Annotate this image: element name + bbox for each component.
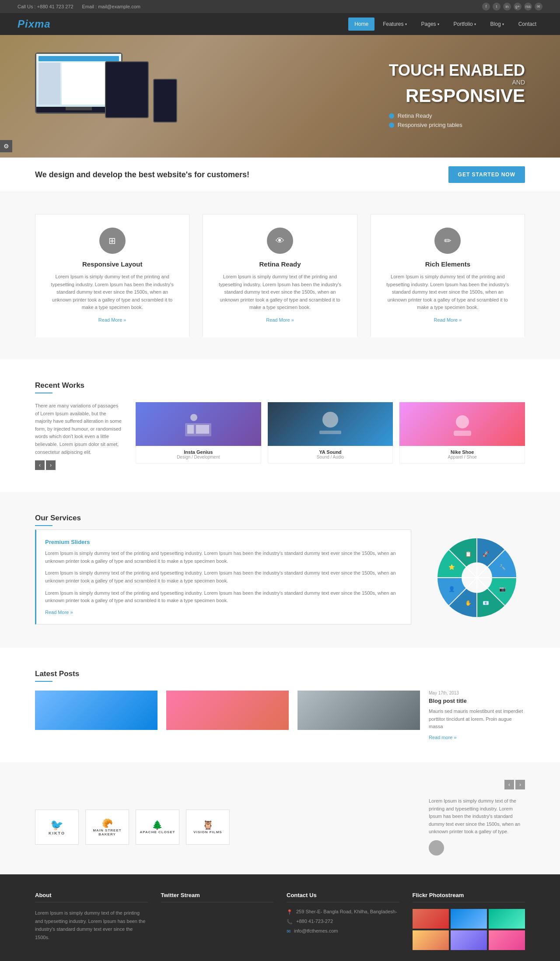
kikto-name: KIKTO — [49, 831, 65, 835]
rss-icon-top[interactable]: rss — [524, 3, 532, 11]
services-link[interactable]: Read More » — [45, 610, 73, 615]
screen-sidebar — [38, 63, 60, 105]
services-box: Premium Sliders Lorem Ipsum is simply du… — [35, 530, 411, 624]
post-sidebar: May 17th, 2013 Blog post title Mauris se… — [429, 691, 525, 740]
works-prev-button[interactable]: ‹ — [35, 460, 45, 470]
services-text-3: Lorem Ipsum is simply dummy text of the … — [45, 589, 402, 605]
cta-button[interactable]: GET STARTED NOW — [448, 166, 525, 183]
work-name-2: YA Sound — [272, 449, 389, 455]
hero-and: AND — [389, 79, 525, 86]
works-grid: Insta Genius Design / Development YA Sou… — [136, 402, 525, 470]
posts-layout: May 17th, 2013 Blog post title Mauris se… — [35, 691, 525, 740]
footer-email: info@tfcthemes.com — [294, 928, 338, 933]
bullet-dot-1 — [389, 113, 394, 119]
footer-grid: About Lorem Ipsum is simply dummy text o… — [35, 892, 525, 950]
feature-title-responsive: Responsive Layout — [46, 260, 178, 268]
top-bar: Call Us : +880 41 723 272 Email : mail@e… — [0, 0, 560, 13]
nav-contact[interactable]: Contact — [512, 18, 542, 31]
screen-header — [38, 56, 119, 61]
cta-banner: We design and develop the best website's… — [0, 158, 560, 192]
linkedin-icon-top[interactable]: in — [503, 3, 511, 11]
flickr-thumb-6[interactable] — [489, 930, 525, 950]
work-cat-2: Sound / Audio — [272, 455, 389, 459]
footer-about: About Lorem Ipsum is simply dummy text o… — [35, 892, 148, 950]
hero-bullets: Retina Ready Responsive pricing tables — [389, 112, 525, 128]
flickr-thumb-1[interactable] — [413, 909, 449, 929]
hero-devices — [35, 48, 184, 144]
services-layout: Premium Sliders Lorem Ipsum is simply du… — [35, 530, 525, 626]
work-caption-3: Nike Shoe Apparel / Shoe — [399, 446, 525, 463]
footer-about-title: About — [35, 892, 148, 902]
feature-link-retina[interactable]: Read More » — [266, 317, 294, 323]
client-logo-vision: 🦉 VISION FILMS — [186, 810, 230, 845]
work-caption-1: Insta Genius Design / Development — [136, 446, 261, 463]
feature-link-rich[interactable]: Read More » — [434, 317, 462, 323]
svg-point-0 — [190, 414, 197, 421]
settings-button[interactable]: ⚙ — [0, 140, 12, 152]
logo[interactable]: Pixma — [18, 18, 51, 30]
footer-flickr-title: Flickr Photostream — [413, 892, 525, 902]
footer-phone: +880 41-723-272 — [296, 919, 333, 924]
feature-link-responsive[interactable]: Read More » — [98, 317, 126, 323]
hero-responsive: RESPONSIVE — [406, 85, 525, 106]
services-content: Premium Sliders Lorem Ipsum is simply du… — [35, 530, 411, 624]
clients-nav-container: ‹ › — [35, 780, 525, 794]
responsive-icon: ⊞ — [99, 228, 126, 254]
twitter-icon-top[interactable]: t — [493, 3, 500, 11]
facebook-icon-top[interactable]: f — [482, 3, 490, 11]
svg-rect-7 — [454, 431, 471, 436]
google-icon-top[interactable]: g+ — [514, 3, 522, 11]
post-image-3 — [298, 691, 420, 730]
post-excerpt: Mauris sed mauris molestibunt est imperd… — [429, 708, 525, 731]
phone-info: Call Us : +880 41 723 272 — [18, 4, 74, 9]
nav-portfolio[interactable]: Portfolio ▾ — [448, 18, 482, 31]
kikto-logo-content: 🐦 KIKTO — [49, 819, 65, 835]
flickr-thumb-2[interactable] — [451, 909, 487, 929]
mail-icon-top[interactable]: ✉ — [535, 3, 542, 11]
svg-rect-3 — [196, 425, 209, 434]
hero-bullet-2: Responsive pricing tables — [389, 122, 525, 128]
client-logo-apache: 🌲 APACHE CLOSET — [136, 810, 179, 845]
nav-blog[interactable]: Blog ▾ — [484, 18, 510, 31]
vision-logo-content: 🦉 VISION FILMS — [193, 820, 222, 834]
nav-features[interactable]: Features ▾ — [377, 18, 413, 31]
bullet-text-1: Retina Ready — [398, 112, 432, 119]
header: Pixma Home Features ▾ Pages ▾ Portfolio … — [0, 13, 560, 35]
bakery-name: MAIN STREET BAKERY — [86, 828, 129, 836]
flickr-thumb-5[interactable] — [451, 930, 487, 950]
main-nav: Home Features ▾ Pages ▾ Portfolio ▾ Blog… — [348, 18, 542, 31]
posts-title: Latest Posts — [35, 670, 525, 682]
pie-icon-7: ⭐ — [448, 564, 455, 570]
flickr-thumb-3[interactable] — [489, 909, 525, 929]
works-nav: ‹ › — [35, 460, 122, 470]
hero-content: TOUCH ENABLED AND RESPONSIVE Retina Read… — [0, 48, 560, 144]
nav-pages[interactable]: Pages ▾ — [415, 18, 445, 31]
client-logo-bakery: 🥐 MAIN STREET BAKERY — [85, 810, 129, 845]
hero-bullet-1: Retina Ready — [389, 112, 525, 119]
works-next-button[interactable]: › — [46, 460, 56, 470]
device-tablet — [105, 61, 149, 118]
footer-address-item: 📍 259 Sher-E- Bangla Road, Khilha, Bangl… — [287, 909, 399, 915]
clients-prev-button[interactable]: ‹ — [504, 780, 514, 789]
clients-next-button[interactable]: › — [515, 780, 525, 789]
svg-rect-2 — [187, 425, 194, 434]
pie-svg: 🚀 🔧 📷 📧 ✋ 👤 ⭐ 📋 — [429, 530, 525, 626]
services-title: Our Services — [35, 514, 525, 526]
hero-text: TOUCH ENABLED AND RESPONSIVE Retina Read… — [389, 62, 525, 131]
feature-card-retina: 👁 Retina Ready Lorem Ipsum is simply dum… — [203, 214, 357, 337]
features-section: ⊞ Responsive Layout Lorem Ipsum is simpl… — [0, 192, 560, 359]
clients-layout: 🐦 KIKTO 🥐 MAIN STREET BAKERY 🌲 APACHE CL… — [35, 797, 525, 857]
work-svg-3 — [445, 407, 480, 442]
bakery-icon: 🥐 — [86, 818, 129, 828]
flickr-thumb-4[interactable] — [413, 930, 449, 950]
footer-phone-item: 📞 +880 41-723-272 — [287, 919, 399, 925]
bullet-dot-2 — [389, 123, 394, 128]
testimonial-text: Lorem Ipsum is simply dummy text of the … — [429, 797, 525, 836]
works-layout: There are many variations of passages of… — [35, 402, 525, 470]
post-title: Blog post title — [429, 698, 525, 704]
post-read-more[interactable]: Read more » — [429, 735, 457, 740]
footer-contact-title: Contact Us — [287, 892, 399, 902]
nav-home[interactable]: Home — [348, 18, 374, 31]
pie-icon-2: 🔧 — [499, 564, 506, 570]
post-date: May 17th, 2013 — [429, 691, 525, 695]
